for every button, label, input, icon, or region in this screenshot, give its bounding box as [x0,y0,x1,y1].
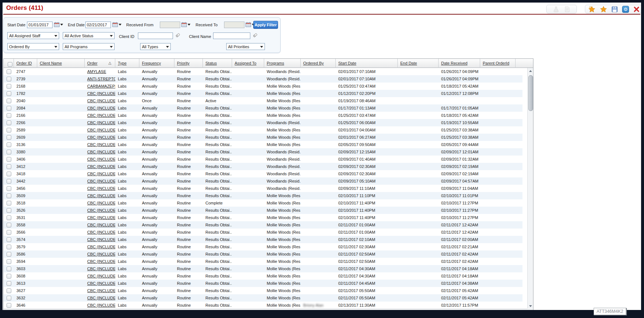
table-row[interactable]: 3531CBC (INCLUDES...LabsAnnuallyRoutineR… [4,214,522,221]
eraser-icon[interactable] [252,32,258,38]
row-checkbox[interactable] [7,230,11,235]
order-link[interactable]: CBC (INCLUDES... [85,148,115,156]
order-link[interactable]: CBC (INCLUDES... [85,207,115,214]
row-checkbox[interactable] [7,303,11,308]
column-header-ordered-by[interactable]: Ordered By [301,59,336,68]
table-row[interactable]: 2589CBC (INCLUDES...LabsAnnuallyRoutineR… [4,126,522,134]
select-all-checkbox[interactable] [8,62,12,67]
table-row[interactable]: 2739ANTI-STREPTOL...LabsAnnuallyRoutineR… [4,75,522,83]
order-link[interactable]: CBC (INCLUDES... [85,280,115,287]
row-checkbox[interactable] [7,208,11,213]
order-link[interactable]: CBC (INCLUDES... [85,126,115,134]
row-checkbox[interactable] [7,142,11,147]
assigned-staff-select[interactable]: All Assigned Staff [7,32,59,39]
scroll-up-button[interactable] [528,68,533,74]
order-link[interactable]: CBC (INCLUDES... [85,229,115,236]
end-date-calendar-button[interactable] [112,22,122,27]
row-checkbox[interactable] [7,164,11,169]
order-link[interactable]: CBC (INCLUDES... [85,185,115,192]
table-row[interactable]: 3412CBC (INCLUDES...LabsAnnuallyRoutineR… [4,163,522,170]
row-checkbox[interactable] [7,252,11,257]
table-row[interactable]: 3574CBC (INCLUDES...LabsAnnuallyRoutineR… [4,236,522,243]
row-checkbox[interactable] [7,259,11,264]
row-checkbox[interactable] [7,201,11,206]
column-header-order[interactable]: Order△ [85,59,115,68]
row-checkbox[interactable] [7,274,11,279]
row-checkbox[interactable] [7,215,11,220]
row-checkbox[interactable] [7,186,11,191]
order-link[interactable]: CBC (INCLUDES... [85,294,115,302]
order-link[interactable]: CBC (INCLUDES... [85,119,115,126]
table-row[interactable]: 3627CBC (INCLUDES...LabsAnnuallyRoutineR… [4,287,522,294]
programs-select[interactable]: All Programs [63,43,115,50]
row-checkbox[interactable] [7,157,11,162]
column-header-parent-orderid[interactable]: Parent OrderId [480,59,516,68]
settings-button[interactable]: ⚙ [622,5,629,13]
order-link[interactable]: CBC (INCLUDES... [85,163,115,170]
order-link[interactable]: CBC (INCLUDES... [85,90,115,97]
column-header-start-date[interactable]: Start Date [336,59,398,68]
table-row[interactable]: 3136CBC (INCLUDES...LabsAnnuallyRoutineR… [4,141,522,148]
received-to-input[interactable] [224,22,244,28]
column-header-end-date[interactable]: End Date [398,59,439,68]
column-header-assigned-to[interactable]: Assigned To [232,59,264,68]
table-row[interactable]: 3613CBC (INCLUDES...LabsAnnuallyRoutineR… [4,280,522,287]
table-row[interactable]: 2609CBC (INCLUDES...LabsAnnuallyRoutineR… [4,134,522,141]
row-checkbox[interactable] [7,150,11,154]
table-row[interactable]: 3566CBC (INCLUDES...LabsAnnuallyRoutineR… [4,229,522,236]
order-link[interactable]: CBC (INCLUDES... [85,170,115,177]
row-checkbox[interactable] [7,135,11,140]
order-link[interactable]: CBC (INCLUDES... [85,265,115,272]
row-checkbox[interactable] [7,223,11,227]
order-note-button[interactable] [563,5,571,13]
column-header-programs[interactable]: Programs [264,59,301,68]
column-header-client-name[interactable]: Client Name [37,59,85,68]
table-row[interactable]: 3586CBC (INCLUDES...LabsAnnuallyRoutineR… [4,250,522,258]
order-link[interactable]: CBC (INCLUDES... [85,112,115,119]
table-row[interactable]: 3418CBC (INCLUDES...LabsAnnuallyRoutineR… [4,170,522,177]
types-select[interactable]: All Types [140,43,171,50]
table-row[interactable]: 3442CBC (INCLUDES...LabsAnnuallyRoutineR… [4,177,522,185]
column-header-priority[interactable]: Priority [174,59,203,68]
table-row[interactable]: 3406CBC (INCLUDES...LabsAnnuallyRoutineR… [4,156,522,163]
table-row[interactable]: 3603CBC (INCLUDES...LabsAnnuallyRoutineR… [4,265,522,272]
order-link[interactable]: CBC (INCLUDES... [85,272,115,280]
order-link[interactable]: CBC (INCLUDES... [85,287,115,294]
row-checkbox[interactable] [7,194,11,198]
row-checkbox[interactable] [7,106,11,111]
order-link[interactable]: AMYLASE [85,68,115,75]
row-checkbox[interactable] [7,113,11,118]
row-checkbox[interactable] [7,84,11,89]
row-checkbox[interactable] [7,69,11,74]
order-link[interactable]: CBC (INCLUDES... [85,97,115,104]
order-link[interactable]: CBC (INCLUDES... [85,250,115,258]
order-link[interactable]: CBC (INCLUDES... [85,156,115,163]
received-from-input[interactable] [160,22,180,28]
scroll-down-button[interactable] [528,303,533,309]
order-link[interactable]: CBC (INCLUDES... [85,192,115,199]
favorite-button[interactable] [600,5,607,13]
order-link[interactable]: CBC (INCLUDES... [85,141,115,148]
received-from-calendar-button[interactable] [181,22,190,27]
row-checkbox[interactable] [7,172,11,176]
row-checkbox[interactable] [7,245,11,249]
order-link[interactable]: CBC (INCLUDES... [85,134,115,141]
order-link[interactable]: CBC (INCLUDES... [85,221,115,229]
table-row[interactable]: 3509CBC (INCLUDES...LabsAnnuallyRoutineR… [4,192,522,199]
table-row[interactable]: 3518CBC (INCLUDES...LabsAnnuallyRoutineC… [4,199,522,207]
row-checkbox[interactable] [7,91,11,96]
row-checkbox[interactable] [7,288,11,293]
column-header-status[interactable]: Status [203,59,232,68]
start-date-calendar-button[interactable] [54,22,63,27]
order-link[interactable]: CBC (INCLUDES... [85,258,115,265]
lab-flask-button[interactable] [552,5,560,13]
row-checkbox[interactable] [7,237,11,242]
order-link[interactable]: CBC (INCLUDES... [85,177,115,185]
row-checkbox[interactable] [7,128,11,133]
row-checkbox[interactable] [7,281,11,286]
end-date-input[interactable] [85,22,111,28]
table-row[interactable]: 3558CBC (INCLUDES...LabsAnnuallyRoutineR… [4,221,522,229]
order-link[interactable]: CBC (INCLUDES... [85,236,115,243]
vertical-scroll-thumb[interactable] [528,75,533,111]
save-button[interactable] [612,5,618,13]
